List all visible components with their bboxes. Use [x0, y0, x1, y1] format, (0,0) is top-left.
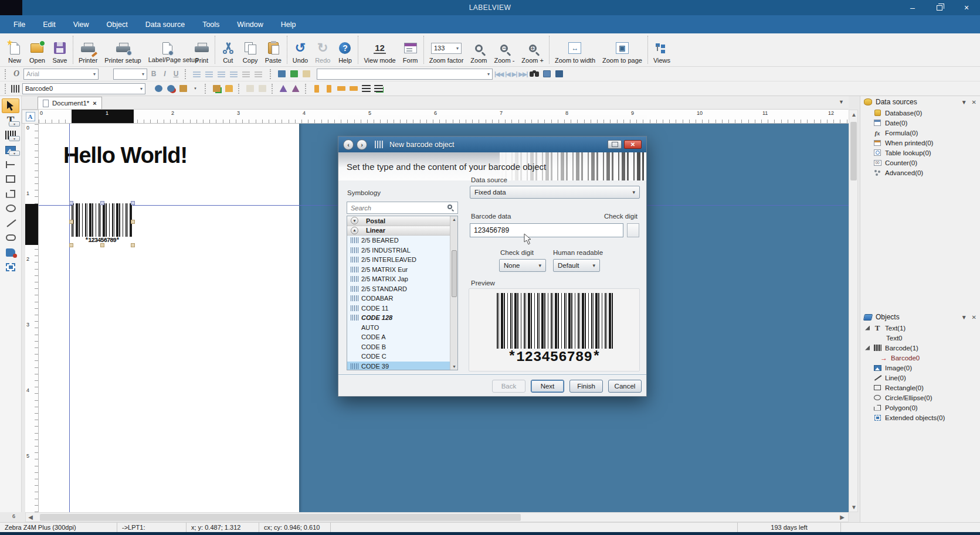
barcode-data-input[interactable] [470, 223, 623, 237]
help-button[interactable]: ?Help [334, 33, 356, 66]
symbology-item-code-a[interactable]: CODE A [347, 332, 457, 342]
dialog-close-button[interactable]: ✕ [624, 140, 642, 149]
align-right-icon[interactable] [216, 69, 226, 79]
menu-help[interactable]: Help [272, 17, 305, 32]
printer-setup-button[interactable]: Printer setup [101, 33, 144, 66]
next-record-button[interactable]: ▶| [512, 71, 517, 77]
tab-document1[interactable]: Document1* × [38, 97, 102, 109]
justify-icon[interactable] [228, 69, 239, 79]
lock-check-icon[interactable] [211, 84, 222, 94]
record-grid-icon[interactable] [541, 69, 552, 79]
paste-format-icon[interactable] [178, 84, 188, 94]
rotate-right-icon[interactable] [290, 84, 301, 94]
symbology-group-postal[interactable]: ▾Postal [347, 216, 457, 226]
database-view-icon[interactable] [554, 69, 564, 79]
symbology-item[interactable]: 2/5 MATRIX Eur [347, 265, 457, 275]
symbology-item[interactable]: 2/5 MATRIX Jap [347, 274, 457, 284]
dialog-forward-icon[interactable]: › [357, 139, 367, 150]
resize-handle-se[interactable] [131, 243, 135, 247]
numbered-list-icon[interactable] [253, 69, 263, 79]
new-button[interactable]: New [4, 33, 26, 66]
list-icon[interactable] [240, 69, 251, 79]
menu-file[interactable]: File [5, 17, 34, 32]
zoom-to-width-button[interactable]: ↔Zoom to width [551, 33, 599, 66]
ungroup-icon[interactable] [257, 84, 267, 94]
space-horizontal-icon[interactable] [336, 84, 347, 94]
assign-data-source-icon[interactable] [153, 84, 164, 94]
previous-record-button[interactable]: |◀ [505, 71, 510, 77]
distribute-objects-icon[interactable] [373, 84, 384, 94]
redo-button[interactable]: ↻Redo [311, 33, 334, 66]
tree-item-database[interactable]: Database(0) [863, 108, 980, 118]
symbology-item[interactable]: 2/5 BEARED [347, 236, 457, 246]
next-button[interactable]: Next [531, 380, 564, 393]
scroll-up-icon[interactable]: ▲ [849, 111, 859, 118]
chevron-up-icon[interactable]: ▴ [351, 227, 358, 234]
chevron-down-icon[interactable]: ▾ [351, 217, 358, 224]
insert-table-icon[interactable] [289, 69, 299, 79]
pointer-tool[interactable] [2, 98, 19, 113]
symbology-scrollbar[interactable]: ▲ ▼ [450, 216, 457, 370]
zoom-factor-combo[interactable]: 133▾ [431, 43, 462, 54]
menu-object[interactable]: Object [98, 17, 137, 32]
resize-handle-sw[interactable] [69, 243, 73, 247]
resize-handle-nw[interactable] [69, 201, 73, 205]
align-center-icon[interactable] [204, 69, 214, 79]
rectangle-tool[interactable] [2, 172, 19, 186]
check-digit-dropdown[interactable]: None▾ [499, 259, 546, 272]
menu-data-source[interactable]: Data source [137, 17, 194, 32]
paste-format-dropdown[interactable]: ▾ [190, 84, 201, 94]
symbology-item-code128[interactable]: CODE 128 [347, 313, 457, 323]
dialog-titlebar[interactable]: ‹ › New barcode object ✕ [338, 137, 646, 152]
symbology-search-input[interactable] [347, 202, 458, 214]
tree-item-barcode-group[interactable]: Barcode(1) [863, 343, 980, 353]
data-field-combo[interactable]: ▾ [317, 69, 493, 80]
polygon-tool[interactable] [2, 186, 19, 201]
dialog-back-icon[interactable]: ‹ [343, 139, 354, 150]
insert-field-icon[interactable] [276, 69, 287, 79]
menu-tools[interactable]: Tools [194, 17, 228, 32]
resize-handle-w[interactable] [69, 220, 73, 224]
human-readable-dropdown[interactable]: Default▾ [553, 259, 600, 272]
line-tool[interactable] [2, 216, 19, 230]
rotate-left-icon[interactable] [278, 84, 289, 94]
barcode-object[interactable]: *123456789* [72, 203, 133, 246]
symbology-item-auto[interactable]: AUTO [347, 323, 457, 333]
window-minimize-button[interactable]: – [899, 0, 926, 15]
data-sources-menu-icon[interactable]: ▼ [961, 99, 967, 105]
expander-icon[interactable] [865, 346, 870, 350]
save-button[interactable]: Save [49, 33, 71, 66]
barcode-tool[interactable]: ▾ [2, 128, 19, 142]
symbology-item[interactable]: 2/5 INDUSTRIAL [347, 246, 457, 255]
zoom-in-button[interactable]: +Zoom + [518, 33, 547, 66]
symbology-item-code-c[interactable]: CODE C [347, 352, 457, 362]
back-button[interactable]: Back [492, 380, 525, 393]
undo-button[interactable]: ↺Undo [289, 33, 311, 66]
tree-item-image[interactable]: Image(0) [863, 363, 980, 373]
tab-list-dropdown-icon[interactable]: ▼ [839, 99, 844, 105]
space-vertical-icon[interactable] [311, 84, 322, 94]
vertical-scrollbar[interactable]: ▲ ▼ [849, 110, 858, 512]
tree-item-counter[interactable]: 00Counter(0) [863, 158, 980, 168]
find-record-icon[interactable] [529, 69, 540, 79]
horizontal-scroll-thumb[interactable] [40, 514, 521, 521]
finish-button[interactable]: Finish [569, 380, 603, 393]
print-button[interactable]: Print [191, 33, 213, 66]
resize-handle-s[interactable] [100, 243, 104, 247]
tree-item-extended[interactable]: Extended objects(0) [863, 413, 980, 422]
rounded-rectangle-tool[interactable] [2, 230, 19, 245]
insert-object-tool[interactable] [2, 245, 19, 260]
align-left-icon[interactable] [191, 69, 202, 79]
tree-item-circle[interactable]: Circle/Ellipse(0) [863, 393, 980, 403]
image-tool[interactable]: ▾ [2, 142, 19, 157]
group-icon[interactable] [245, 84, 255, 94]
scroll-up-icon[interactable]: ▲ [450, 217, 458, 222]
tree-item-barcode0[interactable]: →Barcode0 [863, 353, 980, 363]
tree-item-when-printed[interactable]: When printed(0) [863, 138, 980, 148]
resize-handle-ne[interactable] [131, 201, 135, 205]
symbology-item[interactable]: 2/5 STANDARD [347, 284, 457, 294]
tree-item-table-lookup[interactable]: Table lookup(0) [863, 148, 980, 158]
tree-item-rectangle[interactable]: Rectangle(0) [863, 383, 980, 393]
tree-item-line[interactable]: Line(0) [863, 373, 980, 383]
scroll-down-icon[interactable]: ▼ [849, 504, 859, 510]
